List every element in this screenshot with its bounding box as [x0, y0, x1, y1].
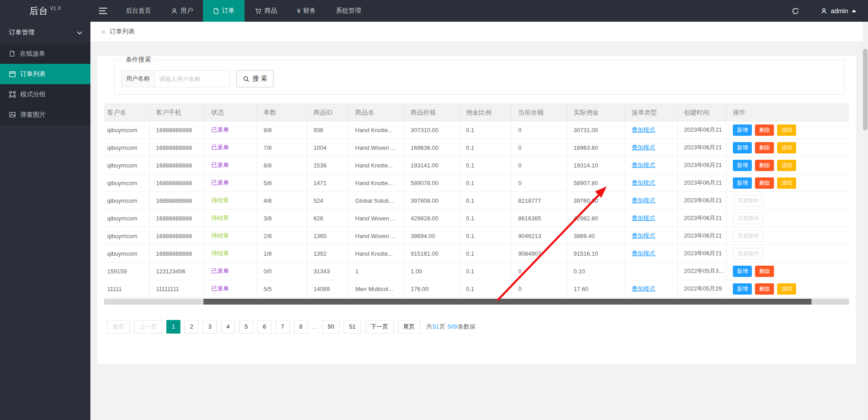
mode-link[interactable]: 叠加模式 [632, 232, 655, 239]
add-button[interactable]: 新增 [733, 124, 752, 136]
cell-mode: 叠加模式 [625, 157, 677, 174]
mode-link[interactable]: 叠加模式 [632, 250, 655, 257]
column-header: 商品ID [307, 104, 349, 121]
delete-button[interactable]: 删除 [755, 160, 774, 171]
page-button-5[interactable]: 5 [239, 320, 253, 334]
no-action-button: 无需操作 [733, 213, 764, 224]
mode-link[interactable]: 叠加模式 [632, 285, 655, 292]
cell-product_id: 14089 [307, 280, 349, 298]
status-text: 已派单 [211, 162, 229, 168]
sidebar-group-orders[interactable]: 订单管理 [0, 22, 90, 43]
cell-product_name: Hand Knotte... [349, 121, 404, 139]
page-button-4[interactable]: 4 [221, 320, 235, 334]
cell-count: 3/8 [257, 210, 307, 227]
add-button[interactable]: 新增 [733, 266, 752, 277]
cell-created: 2023年06月21 [677, 192, 726, 210]
table-row: qibuymcom16888888888待结算3/8626Hand Woven … [104, 210, 849, 227]
cell-customer: 11111 [104, 280, 149, 298]
sidebar-item-online-dispatch[interactable]: 在线派单 [0, 43, 90, 64]
page-button-6[interactable]: 6 [257, 320, 271, 334]
page-button-2[interactable]: 2 [184, 320, 198, 334]
cell-status: 已派单 [205, 121, 257, 139]
horizontal-scrollbar-track[interactable] [104, 299, 849, 305]
page-button-51[interactable]: 51 [344, 320, 361, 334]
cell-commission: 42982.80 [567, 210, 625, 227]
delete-button[interactable]: 删除 [755, 124, 774, 136]
topnav-item-finance[interactable]: ¥财务 [287, 0, 326, 22]
add-button[interactable]: 新增 [733, 177, 752, 189]
page-button-8[interactable]: 8 [294, 320, 308, 334]
cell-ratio: 0.1 [459, 262, 511, 280]
delete-button[interactable]: 删除 [755, 266, 774, 277]
page-button-50[interactable]: 50 [322, 320, 340, 334]
cell-status: 已派单 [205, 280, 257, 298]
add-button[interactable]: 新增 [733, 283, 752, 295]
mode-link[interactable]: 叠加模式 [632, 126, 655, 133]
freeze-button[interactable]: 冻结 [777, 142, 796, 153]
table-row: qibuymcom16888888888已派单6/81538Hand Knott… [104, 157, 849, 174]
status-text: 待结算 [211, 197, 229, 204]
search-button[interactable]: 搜 索 [236, 70, 274, 87]
topnav-item-system[interactable]: 系统管理 [326, 0, 371, 22]
column-header: 操作 [726, 104, 849, 121]
cell-product_name: Global Soluti... [349, 192, 404, 210]
cell-created: 2023年06月21 [677, 245, 726, 262]
delete-button[interactable]: 删除 [755, 283, 774, 295]
cell-status: 待结算 [205, 192, 257, 210]
table-row: 159159123123456已派单0/03134311.000.100.102… [104, 262, 849, 280]
no-action-button: 无需操作 [733, 248, 764, 259]
topnav-item-goods[interactable]: 商品 [245, 0, 287, 22]
page-button-1[interactable]: 1 [166, 320, 180, 334]
mode-link[interactable]: 叠加模式 [632, 197, 655, 204]
sidebar-item-mode-group[interactable]: 模式分组 [0, 84, 90, 105]
cell-mode: 叠加模式 [625, 139, 677, 157]
username-input[interactable] [154, 70, 230, 87]
sidebar-item-popup-image[interactable]: 弹窗图片 [0, 105, 90, 125]
column-header: 派单类型 [625, 104, 677, 121]
topnav-item-orders[interactable]: 订单 [203, 0, 245, 22]
mode-link[interactable]: 叠加模式 [632, 162, 655, 168]
freeze-button[interactable]: 冻结 [777, 177, 796, 189]
status-text: 已派单 [211, 144, 229, 151]
freeze-button[interactable]: 冻结 [777, 124, 796, 136]
cell-product_id: 524 [307, 192, 349, 210]
page-button-7[interactable]: 7 [275, 320, 289, 334]
cell-customer: qibuymcom [104, 210, 149, 227]
page-button-3[interactable]: 3 [203, 320, 217, 334]
page-button-last[interactable]: 尾页 [398, 320, 420, 334]
mode-link[interactable]: 叠加模式 [632, 179, 655, 186]
orders-table: 客户名客户手机状态单数商品ID商品名商品价格佣金比例当前余额实际佣金派单类型创建… [104, 104, 849, 298]
vertical-scrollbar-thumb[interactable] [863, 49, 868, 130]
add-button[interactable]: 新增 [733, 142, 752, 153]
freeze-button[interactable]: 冻结 [777, 283, 796, 295]
sidebar-item-order-list[interactable]: 订单列表 [0, 64, 90, 84]
mode-link[interactable]: 叠加模式 [632, 144, 655, 151]
table-row: qibuymcom16888888888已派单7/81004Hand Woven… [104, 139, 849, 157]
topnav-item-home[interactable]: 后台首页 [116, 0, 161, 22]
cell-mode: 叠加模式 [625, 174, 677, 192]
cell-product_name: Hand Knotte... [349, 157, 404, 174]
cell-ratio: 0.1 [459, 174, 511, 192]
cell-customer: qibuymcom [104, 139, 149, 157]
freeze-button[interactable]: 冻结 [777, 160, 796, 171]
delete-button[interactable]: 删除 [755, 142, 774, 153]
cell-commission: 19314.10 [567, 157, 625, 174]
cell-created: 2022年05月3... [677, 262, 726, 280]
refresh-button[interactable] [783, 0, 809, 22]
goods-icon [255, 8, 262, 14]
horizontal-scrollbar-thumb[interactable] [203, 299, 811, 305]
table-header-row: 客户名客户手机状态单数商品ID商品名商品价格佣金比例当前余额实际佣金派单类型创建… [104, 104, 849, 121]
menu-toggle-button[interactable] [90, 0, 116, 22]
page-button-next[interactable]: 下一页 [365, 320, 394, 334]
add-button[interactable]: 新增 [733, 160, 752, 171]
cell-count: 2/8 [257, 227, 307, 245]
cell-ops: 新增删除冻结 [726, 157, 849, 174]
content-area: 条件搜索 用户名称 搜 索 客户名客户手机状态单数商品ID商品名商品价格佣金比例… [90, 42, 863, 420]
cell-ratio: 0.1 [459, 192, 511, 210]
mode-link[interactable]: 叠加模式 [632, 215, 655, 221]
topnav-item-users[interactable]: 用户 [161, 0, 203, 22]
delete-button[interactable]: 删除 [755, 177, 774, 189]
table-row: qibuymcom16888888888待结算2/81365Hand Woven… [104, 227, 849, 245]
vertical-scrollbar-track[interactable] [863, 22, 868, 420]
admin-menu[interactable]: admin [809, 0, 868, 22]
